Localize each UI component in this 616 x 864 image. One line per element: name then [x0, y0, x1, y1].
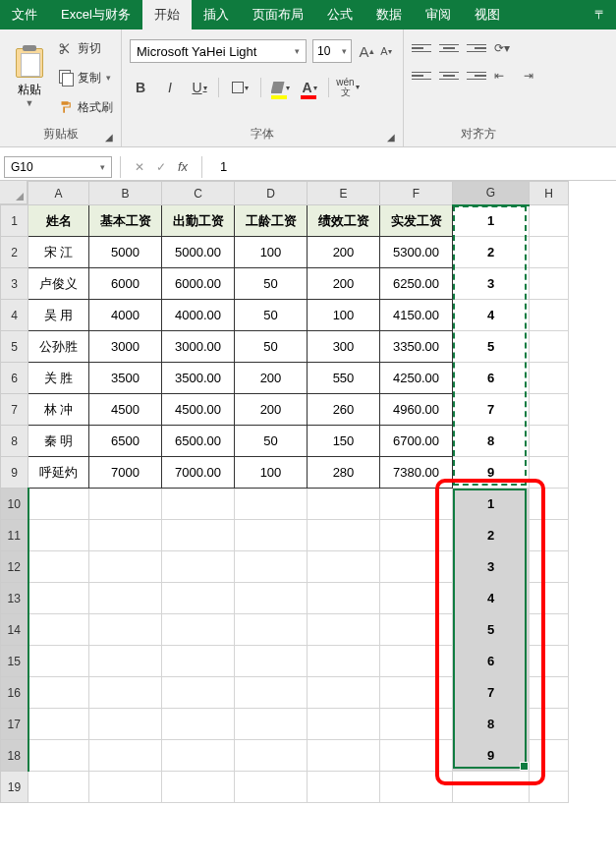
cell-B3[interactable]: 6000 [89, 268, 162, 300]
font-size-select[interactable]: 10 ▾ [312, 39, 352, 63]
paste-button[interactable]: 粘贴 ▼ [8, 33, 51, 122]
cell-G19[interactable] [453, 772, 530, 803]
cell-G5[interactable]: 5 [453, 331, 530, 363]
cell-H10[interactable] [530, 489, 569, 520]
cell-A5[interactable]: 公孙胜 [28, 331, 89, 363]
fill-color-button[interactable]: ▾ [269, 76, 291, 99]
cell-G17[interactable]: 8 [453, 709, 530, 740]
col-header-D[interactable]: D [235, 182, 308, 205]
cell-D16[interactable] [235, 677, 308, 709]
cell-D10[interactable] [235, 489, 308, 520]
format-painter-button[interactable]: 格式刷 [57, 95, 113, 119]
cell-C4[interactable]: 4000.00 [162, 300, 235, 331]
cell-B11[interactable] [89, 520, 162, 551]
cell-C16[interactable] [162, 677, 235, 709]
col-header-A[interactable]: A [28, 182, 89, 205]
cell-G10[interactable]: 1 [453, 489, 530, 520]
cell-F17[interactable] [380, 709, 453, 740]
row-header-13[interactable]: 13 [1, 583, 28, 614]
col-header-E[interactable]: E [308, 182, 380, 205]
cell-H7[interactable] [530, 394, 569, 426]
cell-A17[interactable] [28, 709, 89, 740]
row-header-11[interactable]: 11 [1, 520, 28, 551]
row-header-12[interactable]: 12 [1, 551, 28, 583]
cell-E12[interactable] [308, 551, 380, 583]
cell-H12[interactable] [530, 551, 569, 583]
cell-D6[interactable]: 200 [235, 363, 308, 394]
align-top-button[interactable] [412, 39, 431, 57]
cell-F10[interactable] [380, 489, 453, 520]
cell-B17[interactable] [89, 709, 162, 740]
cell-D14[interactable] [235, 614, 308, 646]
cell-D9[interactable]: 100 [235, 457, 308, 489]
col-header-C[interactable]: C [162, 182, 235, 205]
italic-button[interactable]: I [159, 76, 181, 99]
cell-C7[interactable]: 4500.00 [162, 394, 235, 426]
cell-H8[interactable] [530, 426, 569, 457]
cell-A18[interactable] [28, 740, 89, 772]
cell-H3[interactable] [530, 268, 569, 300]
copy-button[interactable]: 复制 ▾ [57, 66, 113, 89]
cell-C8[interactable]: 6500.00 [162, 426, 235, 457]
cell-A2[interactable]: 宋 江 [28, 237, 89, 268]
cell-G14[interactable]: 5 [453, 614, 530, 646]
cell-D17[interactable] [235, 709, 308, 740]
cell-B1[interactable]: 基本工资 [89, 205, 162, 237]
cell-C18[interactable] [162, 740, 235, 772]
dialog-launcher-icon[interactable]: ◢ [105, 132, 113, 143]
cell-E15[interactable] [308, 646, 380, 677]
cell-H1[interactable] [530, 205, 569, 237]
fx-button[interactable]: fx [172, 156, 194, 178]
cell-E18[interactable] [308, 740, 380, 772]
cell-A19[interactable] [28, 772, 89, 803]
row-header-14[interactable]: 14 [1, 614, 28, 646]
cell-G13[interactable]: 4 [453, 583, 530, 614]
cell-E7[interactable]: 260 [308, 394, 380, 426]
cell-F5[interactable]: 3350.00 [380, 331, 453, 363]
cell-H5[interactable] [530, 331, 569, 363]
align-middle-button[interactable] [439, 39, 459, 57]
cell-B9[interactable]: 7000 [89, 457, 162, 489]
cell-F3[interactable]: 6250.00 [380, 268, 453, 300]
cell-B12[interactable] [89, 551, 162, 583]
cell-A4[interactable]: 吴 用 [28, 300, 89, 331]
cell-C12[interactable] [162, 551, 235, 583]
cell-B13[interactable] [89, 583, 162, 614]
row-header-15[interactable]: 15 [1, 646, 28, 677]
cell-A16[interactable] [28, 677, 89, 709]
cell-A12[interactable] [28, 551, 89, 583]
cell-G11[interactable]: 2 [453, 520, 530, 551]
col-header-G[interactable]: G [453, 182, 530, 205]
border-button[interactable]: ▾ [227, 76, 252, 99]
align-bottom-button[interactable] [467, 39, 486, 57]
col-header-H[interactable]: H [530, 182, 569, 205]
cell-C15[interactable] [162, 646, 235, 677]
cell-G18[interactable]: 9 [453, 740, 530, 772]
cell-E6[interactable]: 550 [308, 363, 380, 394]
cell-G2[interactable]: 2 [453, 237, 530, 268]
cell-F2[interactable]: 5300.00 [380, 237, 453, 268]
menu-tab-公式[interactable]: 公式 [315, 0, 364, 29]
cell-C17[interactable] [162, 709, 235, 740]
decrease-font-button[interactable]: A▾ [377, 40, 395, 62]
menu-tab-插入[interactable]: 插入 [192, 0, 241, 29]
menu-tab-页面布局[interactable]: 页面布局 [241, 0, 315, 29]
cell-B19[interactable] [89, 772, 162, 803]
cell-A3[interactable]: 卢俊义 [28, 268, 89, 300]
cell-D19[interactable] [235, 772, 308, 803]
cell-F12[interactable] [380, 551, 453, 583]
cell-H18[interactable] [530, 740, 569, 772]
cell-F1[interactable]: 实发工资 [380, 205, 453, 237]
cell-E19[interactable] [308, 772, 380, 803]
cell-B15[interactable] [89, 646, 162, 677]
cell-F7[interactable]: 4960.00 [380, 394, 453, 426]
cell-F4[interactable]: 4150.00 [380, 300, 453, 331]
align-center-button[interactable] [439, 67, 459, 85]
cell-C10[interactable] [162, 489, 235, 520]
cell-C1[interactable]: 出勤工资 [162, 205, 235, 237]
cell-F9[interactable]: 7380.00 [380, 457, 453, 489]
col-header-B[interactable]: B [89, 182, 162, 205]
cell-D1[interactable]: 工龄工资 [235, 205, 308, 237]
cell-D8[interactable]: 50 [235, 426, 308, 457]
cell-E2[interactable]: 200 [308, 237, 380, 268]
